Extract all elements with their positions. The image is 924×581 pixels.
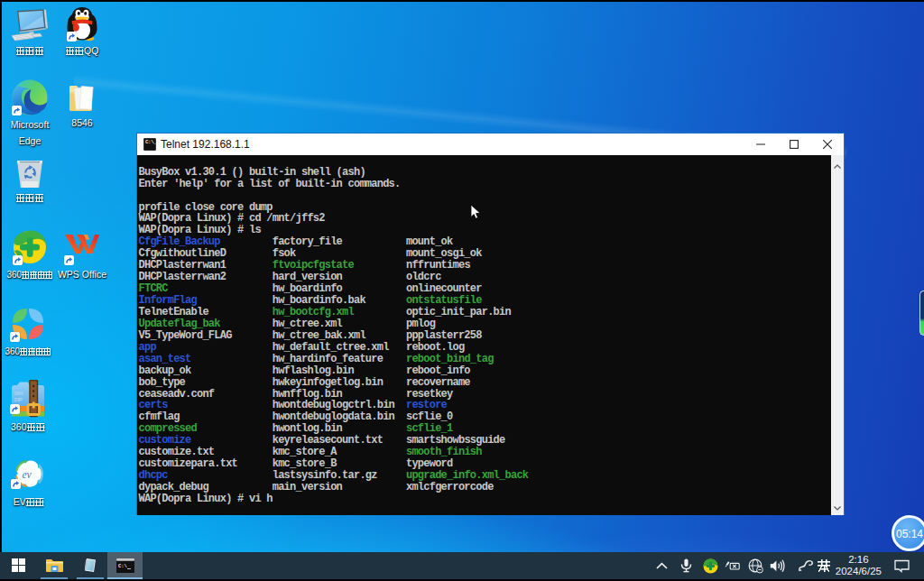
svg-text:360: 360 — [14, 391, 24, 396]
svg-text:ev: ev — [23, 469, 32, 480]
svg-text:ZIP: ZIP — [14, 397, 23, 402]
svg-text:C:\: C:\ — [118, 563, 128, 569]
